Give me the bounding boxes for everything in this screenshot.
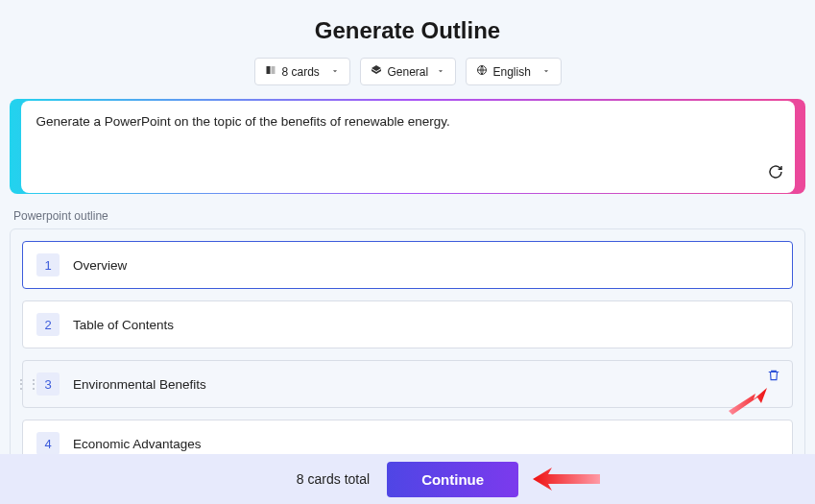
language-selector[interactable]: English [466, 58, 562, 85]
svg-rect-1 [271, 66, 275, 74]
page-title: Generate Outline [0, 0, 815, 58]
selector-row: 8 cards General English [0, 58, 815, 85]
prompt-border: Generate a PowerPoint on the topic of th… [10, 99, 805, 194]
category-selector[interactable]: General [360, 58, 456, 85]
chevron-down-icon [330, 65, 340, 79]
footer-bar: 8 cards total Continue [0, 454, 815, 504]
language-label: English [493, 65, 531, 79]
card-number: 4 [36, 432, 60, 455]
drag-handle-icon[interactable]: ⋮⋮ [15, 381, 40, 387]
continue-button[interactable]: Continue [387, 462, 518, 497]
delete-icon[interactable] [767, 369, 780, 386]
svg-rect-0 [266, 66, 270, 74]
card-title: Economic Advantages [73, 437, 202, 451]
cards-total-label: 8 cards total [297, 471, 370, 487]
cards-label: 8 cards [282, 65, 320, 79]
layers-icon [371, 64, 382, 79]
outline-card[interactable]: 1 Overview [22, 241, 793, 289]
svg-marker-3 [729, 388, 767, 415]
prompt-input[interactable]: Generate a PowerPoint on the topic of th… [21, 101, 795, 193]
card-title: Environmental Benefits [73, 377, 206, 392]
cards-selector[interactable]: 8 cards [254, 58, 350, 85]
outline-section-label: Powerpoint outline [13, 209, 815, 223]
globe-icon [476, 64, 488, 79]
card-number: 2 [36, 313, 60, 336]
chevron-down-icon [541, 65, 551, 79]
card-title: Table of Contents [73, 318, 174, 332]
cards-icon [265, 64, 276, 79]
annotation-arrow [729, 388, 767, 417]
card-title: Overview [73, 258, 127, 273]
card-number: 1 [36, 253, 60, 276]
category-label: General [388, 65, 429, 79]
chevron-down-icon [436, 65, 445, 79]
outline-list: 1 Overview 2 Table of Contents ⋮⋮ 3 Envi… [10, 228, 805, 480]
prompt-text: Generate a PowerPoint on the topic of th… [36, 114, 779, 129]
refresh-icon[interactable] [768, 164, 783, 183]
outline-card[interactable]: 2 Table of Contents [22, 300, 793, 348]
outline-card[interactable]: ⋮⋮ 3 Environmental Benefits [22, 360, 793, 408]
